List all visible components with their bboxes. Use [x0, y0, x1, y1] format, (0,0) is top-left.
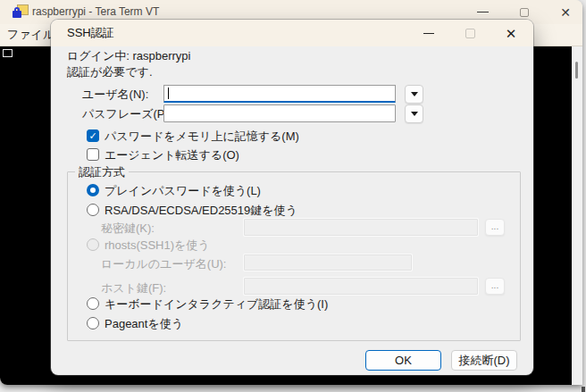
screen-corner-artifact — [582, 387, 585, 392]
remember-password-label[interactable]: パスワードをメモリ上に記憶する(M) — [105, 129, 299, 144]
dialog-title: SSH認証 — [67, 20, 114, 46]
window-title: raspberrypi - Tera Term VT — [32, 5, 159, 18]
radio-rhosts-label: rhosts(SSH1)を使う — [105, 238, 210, 253]
host-key-label: ホスト鍵(F): — [101, 281, 166, 296]
remember-password-checkbox[interactable]: ✓ — [87, 129, 99, 142]
passphrase-input[interactable] — [163, 104, 396, 122]
ok-button[interactable]: OK — [365, 350, 441, 371]
radio-rsa-key-label[interactable]: RSA/DSA/ECDSA/ED25519鍵を使う — [105, 204, 297, 218]
host-key-input — [244, 278, 478, 295]
radio-plain-password[interactable] — [87, 184, 99, 196]
username-label: ユーザ名(N): — [82, 88, 148, 102]
radio-plain-password-label[interactable]: プレインパスワードを使う(L) — [105, 184, 261, 198]
local-user-label: ローカルのユーザ名(U): — [101, 257, 227, 271]
radio-pageant[interactable] — [87, 317, 99, 329]
auth-required-message: 認証が必要です. — [67, 65, 153, 79]
chevron-down-icon — [411, 92, 418, 96]
agent-forward-label[interactable]: エージェント転送する(O) — [105, 148, 239, 163]
dialog-close-icon[interactable]: ✕ — [499, 20, 523, 46]
radio-keyboard-interactive-label[interactable]: キーボードインタラクティブ認証を使う(I) — [105, 297, 328, 312]
login-status: ログイン中: raspberrypi — [67, 49, 190, 63]
dialog-titlebar: SSH認証 ✕ — [51, 20, 533, 46]
close-icon[interactable]: ✕ — [554, 0, 577, 24]
screen: raspberrypi - Tera Term VT ✕ ファイル(F) SSH… — [0, 0, 586, 392]
auth-method-legend: 認証方式 — [75, 165, 129, 179]
text-caret — [168, 88, 169, 99]
terminal-cursor — [3, 49, 13, 57]
private-key-browse-button: ... — [485, 219, 505, 236]
username-input[interactable] — [163, 85, 396, 103]
disconnect-button[interactable]: 接続断(D) — [451, 350, 517, 371]
radio-rhosts — [87, 238, 99, 251]
agent-forward-checkbox[interactable] — [87, 148, 99, 161]
ssh-auth-dialog: SSH認証 ✕ ログイン中: raspberrypi 認証が必要です. ユーザ名… — [51, 20, 533, 375]
dialog-maximize-icon — [458, 20, 481, 46]
radio-rsa-key[interactable] — [87, 204, 99, 216]
dialog-minimize-icon[interactable] — [417, 20, 440, 46]
radio-keyboard-interactive[interactable] — [87, 297, 99, 310]
host-key-browse-button: ... — [485, 278, 505, 295]
teraterm-ssh-icon — [13, 4, 29, 19]
scrollbar-thumb[interactable] — [575, 62, 578, 79]
passphrase-dropdown-button[interactable] — [405, 104, 423, 123]
private-key-input — [244, 219, 478, 236]
local-user-input — [244, 254, 412, 271]
passphrase-label: パスフレーズ(P): — [82, 107, 172, 121]
lock-icon — [13, 11, 21, 18]
radio-pageant-label[interactable]: Pageantを使う — [105, 317, 183, 331]
terminal-scrollbar[interactable] — [572, 46, 582, 385]
private-key-label: 秘密鍵(K): — [101, 221, 155, 236]
chevron-down-icon — [411, 112, 418, 116]
username-dropdown-button[interactable] — [405, 85, 423, 104]
